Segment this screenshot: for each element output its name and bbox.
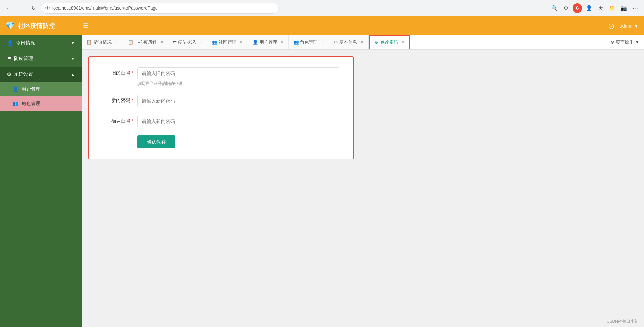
new-password-row: 新的密码 * bbox=[103, 95, 339, 107]
page-ops-icon: ⊙ bbox=[611, 40, 614, 45]
more-btn[interactable]: ⋯ bbox=[630, 3, 640, 13]
sidebar-subitem-users[interactable]: 👤 用户管理 bbox=[0, 82, 82, 96]
sidebar-label-roles: 角色管理 bbox=[21, 101, 40, 107]
tab-roles-label: 👥 角色管理 bbox=[293, 39, 318, 46]
tab-password-label: 修改密码 bbox=[380, 39, 398, 46]
tab-diagnosis-close[interactable]: ✕ bbox=[115, 40, 118, 44]
admin-name: admin bbox=[620, 23, 632, 29]
collections-btn[interactable]: 📁 bbox=[607, 3, 617, 13]
tab-vaccine-label: ⇄ 疫苗状况 bbox=[173, 39, 196, 46]
app-body: 👤 今日情况 ▼ ⚑ 防疫管理 ▼ ⚙ 系统设置 ▲ 👤 用户管理 👥 角色管理 bbox=[0, 35, 644, 327]
old-password-label: 旧的密码 * bbox=[103, 67, 133, 76]
diamond-icon: 💎 bbox=[5, 21, 15, 30]
tab-diagnosis-label: 确诊情况 bbox=[94, 39, 112, 46]
sidebar-label-settings: 系统设置 bbox=[14, 71, 33, 77]
form-card: 旧的密码 * 填写自己账号的旧的密码。 新的密码 * bbox=[88, 56, 354, 159]
extensions-btn[interactable]: ⚙ bbox=[561, 3, 571, 13]
confirm-password-row: 确认密码 * bbox=[103, 115, 339, 127]
confirm-password-label: 确认密码 * bbox=[103, 115, 133, 124]
sidebar-item-today[interactable]: 👤 今日情况 ▼ bbox=[0, 35, 82, 51]
settings-icon: ⚙ bbox=[7, 71, 11, 77]
form-actions: 确认保存 bbox=[137, 135, 339, 148]
new-password-field-wrap bbox=[137, 95, 339, 107]
dropdown-arrow-icon: ▼ bbox=[634, 23, 639, 29]
admin-dropdown[interactable]: admin ▼ bbox=[620, 23, 639, 29]
tab-users[interactable]: 👤 用户管理 ✕ bbox=[248, 35, 289, 49]
url-text: localhost:8081/ems/main#/ems/user/toPass… bbox=[52, 5, 158, 11]
tab-diagnosis[interactable]: 📋 确诊情况 ✕ bbox=[82, 35, 123, 49]
user-avatar[interactable]: C bbox=[573, 3, 582, 13]
tab-password-icon: ⚙ bbox=[375, 40, 378, 45]
sidebar: 👤 今日情况 ▼ ⚑ 防疫管理 ▼ ⚙ 系统设置 ▲ 👤 用户管理 👥 角色管理 bbox=[0, 35, 82, 327]
tab-basicinfo-close[interactable]: ✕ bbox=[360, 40, 363, 44]
profile-btn[interactable]: 👤 bbox=[584, 3, 594, 13]
favorites-btn[interactable]: ★ bbox=[596, 3, 605, 13]
chevron-down-icon-2: ▼ bbox=[71, 57, 75, 61]
tab-page-ops[interactable]: ⊙ 页面操作 ▼ bbox=[606, 35, 644, 49]
menu-toggle-btn[interactable]: ☰ bbox=[80, 21, 91, 31]
forward-button[interactable]: → bbox=[16, 3, 26, 13]
tab-bar: 📋 确诊情况 ✕ 📋 ···抗疫历程 ✕ ⇄ 疫苗状况 ✕ 👥 社区管理 ✕ bbox=[82, 35, 644, 50]
old-password-field-wrap: 填写自己账号的旧的密码。 bbox=[137, 67, 339, 87]
app-title: 社区疫情防控 bbox=[18, 22, 55, 30]
confirm-password-label-text: 确认密码 bbox=[111, 118, 130, 124]
tab-basicinfo-label: ⚙ 基本信息 bbox=[334, 39, 357, 46]
chevron-up-icon: ▲ bbox=[71, 72, 75, 76]
tab-history-icon: 📋 bbox=[128, 40, 133, 45]
search-icon-btn[interactable]: 🔍 bbox=[549, 3, 559, 13]
tab-history[interactable]: 📋 ···抗疫历程 ✕ bbox=[123, 35, 168, 49]
tab-roles[interactable]: 👥 角色管理 ✕ bbox=[289, 35, 329, 49]
new-password-label: 新的密码 * bbox=[103, 95, 133, 104]
new-password-required: * bbox=[132, 98, 133, 103]
tab-roles-close[interactable]: ✕ bbox=[321, 40, 324, 44]
tab-history-label: ···抗疫历程 bbox=[135, 39, 157, 46]
tab-users-close[interactable]: ✕ bbox=[281, 40, 284, 44]
new-password-label-text: 新的密码 bbox=[111, 97, 130, 104]
flag-icon: ⚑ bbox=[7, 56, 11, 62]
app-container: 💎 社区疫情防控 ☰ ⨀ admin ▼ 👤 今日情况 ▼ ⚑ 防疫管理 ▼ bbox=[0, 16, 644, 327]
account-btn[interactable]: 📷 bbox=[619, 3, 628, 13]
tab-basicinfo[interactable]: ⚙ 基本信息 ✕ bbox=[329, 35, 369, 49]
sidebar-label-today: 今日情况 bbox=[16, 40, 35, 46]
tab-community-label: 👥 社区管理 bbox=[212, 39, 236, 46]
user-icon: 👤 bbox=[12, 86, 19, 92]
reload-button[interactable]: ↻ bbox=[29, 3, 38, 13]
confirm-password-required: * bbox=[132, 118, 133, 124]
roles-icon: 👥 bbox=[12, 101, 19, 107]
expand-icon[interactable]: ⨀ bbox=[609, 23, 614, 29]
address-bar[interactable]: ⓘ localhost:8081/ems/main#/ems/user/toPa… bbox=[41, 3, 279, 14]
header-right: ⨀ admin ▼ bbox=[609, 23, 639, 29]
browser-right-icons: 🔍 ⚙ C 👤 ★ 📁 📷 ⋯ bbox=[549, 3, 640, 13]
tab-community-close[interactable]: ✕ bbox=[240, 40, 243, 44]
old-password-hint: 填写自己账号的旧的密码。 bbox=[137, 81, 339, 87]
confirm-password-field-wrap bbox=[137, 115, 339, 127]
old-password-required: * bbox=[132, 70, 133, 76]
browser-chrome: ← → ↻ ⓘ localhost:8081/ems/main#/ems/use… bbox=[0, 0, 644, 16]
today-icon: 👤 bbox=[7, 40, 13, 46]
tab-vaccine[interactable]: ⇄ 疫苗状况 ✕ bbox=[168, 35, 207, 49]
chevron-down-icon: ▼ bbox=[71, 41, 75, 45]
sidebar-item-settings[interactable]: ⚙ 系统设置 ▲ bbox=[0, 67, 82, 82]
tab-password[interactable]: ⚙ 修改密码 ✕ bbox=[369, 35, 410, 49]
page-ops-label: 页面操作 bbox=[616, 39, 633, 46]
right-panel: 📋 确诊情况 ✕ 📋 ···抗疫历程 ✕ ⇄ 疫苗状况 ✕ 👥 社区管理 ✕ bbox=[82, 35, 644, 327]
app-header: 💎 社区疫情防控 ☰ ⨀ admin ▼ bbox=[0, 16, 644, 35]
info-icon: ⓘ bbox=[45, 5, 50, 11]
tab-community[interactable]: 👥 社区管理 ✕ bbox=[207, 35, 248, 49]
new-password-input[interactable] bbox=[137, 95, 339, 107]
old-password-label-text: 旧的密码 bbox=[111, 70, 130, 76]
sidebar-label-prevention: 防疫管理 bbox=[14, 56, 33, 62]
back-button[interactable]: ← bbox=[4, 3, 14, 13]
sidebar-subitem-roles[interactable]: 👥 角色管理 bbox=[0, 96, 82, 111]
confirm-password-input[interactable] bbox=[137, 115, 339, 127]
tab-vaccine-close[interactable]: ✕ bbox=[199, 40, 202, 44]
old-password-input[interactable] bbox=[137, 67, 339, 79]
footer-text: CSDN@每日小新 bbox=[607, 319, 639, 324]
save-button[interactable]: 确认保存 bbox=[137, 135, 175, 148]
tab-users-label: 👤 用户管理 bbox=[253, 39, 277, 46]
footer: CSDN@每日小新 bbox=[607, 319, 639, 324]
tab-password-close[interactable]: ✕ bbox=[402, 40, 405, 44]
old-password-row: 旧的密码 * 填写自己账号的旧的密码。 bbox=[103, 67, 339, 87]
tab-history-close[interactable]: ✕ bbox=[160, 40, 163, 44]
sidebar-item-prevention[interactable]: ⚑ 防疫管理 ▼ bbox=[0, 51, 82, 67]
